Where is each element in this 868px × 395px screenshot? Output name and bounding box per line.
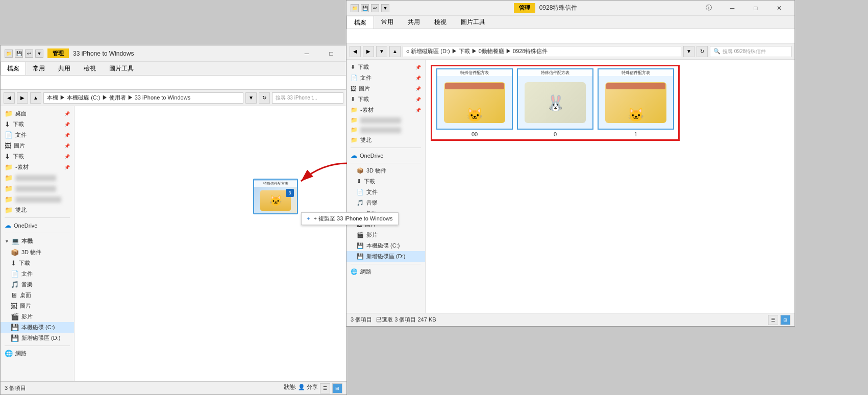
right-search-icon: 🔍 bbox=[713, 48, 721, 55]
right-nav-dropdown[interactable]: ▼ bbox=[376, 46, 387, 57]
right-quick-icon-4[interactable]: ▼ bbox=[381, 4, 389, 12]
left-sidebar-pc-header[interactable]: ▼ 💻 本機 bbox=[1, 235, 74, 247]
left-sidebar-item-dl2[interactable]: ⬇ 下載 bbox=[1, 258, 74, 268]
quick-icon-4[interactable]: ▼ bbox=[35, 50, 43, 58]
image-1-thumb[interactable]: 特殊信件配方表 🐱 bbox=[436, 68, 513, 130]
left-refresh-button[interactable]: ↻ bbox=[259, 92, 270, 104]
left-sidebar-item-taipei[interactable]: 📁 雙北 bbox=[1, 205, 74, 215]
image-3-thumb[interactable]: 特殊信件配方表 🐱 bbox=[598, 68, 674, 130]
right-content-area: 特殊信件配方表 🐱 00 特殊信件配方表 🐰 bbox=[426, 60, 795, 313]
right-info-button[interactable]: ⓘ bbox=[698, 1, 720, 15]
left-tab-home[interactable]: 常用 bbox=[26, 62, 52, 75]
right-sidebar-item-material[interactable]: 📁 -素材 📌 bbox=[346, 105, 425, 115]
left-view-btn-list[interactable]: ☰ bbox=[320, 383, 330, 393]
right-tab-file[interactable]: 檔案 bbox=[346, 16, 374, 29]
left-sidebar-item-d-drive[interactable]: 💾 新增磁碟區 (D:) bbox=[1, 333, 74, 343]
right-sep-3 bbox=[351, 264, 421, 264]
right-sidebar-item-blurred1[interactable]: 📁 ████ bbox=[346, 115, 425, 125]
right-tab-picture-tools[interactable]: 圖片工具 bbox=[454, 16, 492, 29]
right-sidebar-item-download[interactable]: ⬇ 下載 📌 bbox=[346, 62, 425, 72]
right-tab-home[interactable]: 常用 bbox=[374, 16, 401, 29]
pics2-icon: 🖼 bbox=[11, 302, 17, 310]
drag-arrow bbox=[281, 158, 352, 189]
right-ribbon-tabs: 檔案 常用 共用 檢視 圖片工具 bbox=[346, 16, 795, 29]
right-sidebar-item-network[interactable]: 🌐 網路 bbox=[346, 266, 425, 277]
left-tab-file[interactable]: 檔案 bbox=[1, 62, 26, 75]
left-sidebar-item-desktop2[interactable]: 🖥 桌面 bbox=[1, 290, 74, 301]
image-thumb-3[interactable]: 特殊信件配方表 🐱 1 bbox=[598, 68, 674, 137]
right-view-btn-list[interactable]: ☰ bbox=[768, 315, 778, 325]
right-sidebar-item-3d[interactable]: 📦 3D 物件 bbox=[346, 165, 425, 176]
left-sidebar-item-blurred3[interactable]: 📁 0826-iphone-w... bbox=[1, 194, 74, 205]
left-tab-share[interactable]: 共用 bbox=[52, 62, 77, 75]
right-sidebar-item-blurred2[interactable]: 📁 ████ bbox=[346, 125, 425, 135]
right-address-dropdown[interactable]: ▼ bbox=[683, 46, 695, 57]
left-sidebar-item-network[interactable]: 🌐 網路 bbox=[1, 348, 74, 359]
left-address-path[interactable]: 本機 ▶ 本機磁碟 (C:) ▶ 使用者 ▶ 33 iPhone to Wind… bbox=[43, 92, 243, 104]
right-back-button[interactable]: ◀ bbox=[350, 46, 361, 57]
right-tab-share[interactable]: 共用 bbox=[401, 16, 427, 29]
right-tab-view[interactable]: 檢視 bbox=[427, 16, 454, 29]
left-tab-picture-tools[interactable]: 圖片工具 bbox=[103, 62, 140, 75]
right-up-button[interactable]: ▲ bbox=[389, 46, 401, 57]
left-sidebar-item-desktop[interactable]: 📁 桌面 📌 bbox=[1, 108, 74, 119]
left-address-dropdown[interactable]: ▼ bbox=[245, 92, 257, 104]
right-quick-icon-1[interactable]: 📁 bbox=[351, 4, 359, 12]
right-sidebar-item-video[interactable]: 🎬 影片 bbox=[346, 230, 425, 240]
left-sidebar-item-3d[interactable]: 📦 3D 物件 bbox=[1, 247, 74, 258]
left-sidebar-item-music[interactable]: 🎵 音樂 bbox=[1, 279, 74, 290]
left-sidebar-item-video[interactable]: 🎬 影片 bbox=[1, 311, 74, 322]
left-sidebar-item-onedrive[interactable]: ☁ OneDrive bbox=[1, 220, 74, 231]
left-sidebar-item-doc2[interactable]: 📄 文件 bbox=[1, 268, 74, 279]
left-tab-view[interactable]: 檢視 bbox=[77, 62, 103, 75]
left-sidebar-label-taipei: 雙北 bbox=[15, 206, 27, 214]
right-sidebar-item-doc[interactable]: 📄 文件 📌 bbox=[346, 72, 425, 83]
left-forward-button[interactable]: ▶ bbox=[17, 92, 28, 104]
left-sidebar-item-material[interactable]: 📁 -素材 📌 bbox=[1, 162, 74, 172]
right-quick-icon-2[interactable]: 💾 bbox=[361, 4, 369, 12]
left-sidebar-item-pics[interactable]: 🖼 圖片 📌 bbox=[1, 140, 74, 151]
quick-icon-1[interactable]: 📁 bbox=[5, 50, 13, 58]
left-sidebar-item-download2[interactable]: ⬇ 下載 📌 bbox=[1, 151, 74, 162]
left-content-area bbox=[75, 106, 346, 381]
left-sidebar-item-c-drive[interactable]: 💾 本機磁碟 (C:) bbox=[1, 322, 74, 333]
image-thumb-2[interactable]: 特殊信件配方表 🐰 0 bbox=[517, 68, 593, 137]
right-sidebar-item-music[interactable]: 🎵 音樂 bbox=[346, 198, 425, 208]
left-sidebar-item-download[interactable]: ⬇ 下載 📌 bbox=[1, 119, 74, 130]
quick-icon-2[interactable]: 💾 bbox=[15, 50, 23, 58]
left-search-bar[interactable]: 搜尋 33 iPhone t... bbox=[272, 92, 343, 104]
right-quick-icon-3[interactable]: ↩ bbox=[371, 4, 379, 12]
left-back-button[interactable]: ◀ bbox=[4, 92, 15, 104]
right-minimize-button[interactable]: ─ bbox=[721, 1, 743, 15]
image-thumb-1[interactable]: 特殊信件配方表 🐱 00 bbox=[436, 68, 513, 137]
quick-icon-3[interactable]: ↩ bbox=[25, 50, 33, 58]
right-sidebar-item-c-drive[interactable]: 💾 本機磁碟 (C:) bbox=[346, 240, 425, 251]
right-sidebar-item-download2[interactable]: ⬇ 下載 📌 bbox=[346, 94, 425, 105]
left-minimize-button[interactable]: ─ bbox=[295, 46, 318, 61]
right-close-button[interactable]: ✕ bbox=[768, 1, 790, 15]
left-sidebar-item-pics2[interactable]: 🖼 圖片 bbox=[1, 301, 74, 311]
right-refresh-button[interactable]: ↻ bbox=[697, 46, 708, 57]
left-sidebar-item-doc[interactable]: 📄 文件 📌 bbox=[1, 130, 74, 140]
right-d-drive-icon: 💾 bbox=[357, 253, 364, 260]
right-sidebar-item-onedrive[interactable]: ☁ OneDrive bbox=[346, 150, 425, 161]
left-maximize-button[interactable]: □ bbox=[320, 46, 342, 61]
left-sidebar-item-blurred1[interactable]: 📁 ████ bbox=[1, 172, 74, 183]
right-search-bar[interactable]: 🔍 搜尋 0928特殊信件 bbox=[710, 46, 791, 57]
right-sidebar-item-d-drive[interactable]: 💾 新增磁碟區 (D:) bbox=[346, 251, 425, 262]
right-sidebar-item-doc2[interactable]: 📄 文件 bbox=[346, 187, 425, 198]
right-maximize-button[interactable]: □ bbox=[745, 1, 767, 15]
right-sidebar-item-pics[interactable]: 🖼 圖片 📌 bbox=[346, 83, 425, 94]
image-2-thumb[interactable]: 特殊信件配方表 🐰 bbox=[517, 68, 593, 130]
right-sidebar-item-taipei[interactable]: 📁 雙北 bbox=[346, 135, 425, 145]
right-address-path[interactable]: « 新增磁碟區 (D:) ▶ 下載 ▶ 0動物餐廳 ▶ 0928特殊信件 bbox=[403, 46, 681, 57]
right-dl-icon: ⬇ bbox=[357, 178, 361, 185]
right-forward-button[interactable]: ▶ bbox=[363, 46, 374, 57]
left-view-btn-grid[interactable]: ⊞ bbox=[332, 383, 342, 393]
right-sidebar-item-dl[interactable]: ⬇ 下載 bbox=[346, 176, 425, 187]
left-sidebar-item-blurred2[interactable]: 📁 ████ bbox=[1, 183, 74, 194]
right-view-btn-grid[interactable]: ⊞ bbox=[780, 315, 790, 325]
right-sidebar-label-music: 音樂 bbox=[366, 199, 378, 207]
left-up-button[interactable]: ▲ bbox=[30, 92, 41, 104]
left-address-bar: ◀ ▶ ▲ 本機 ▶ 本機磁碟 (C:) ▶ 使用者 ▶ 33 iPhone t… bbox=[1, 90, 346, 106]
